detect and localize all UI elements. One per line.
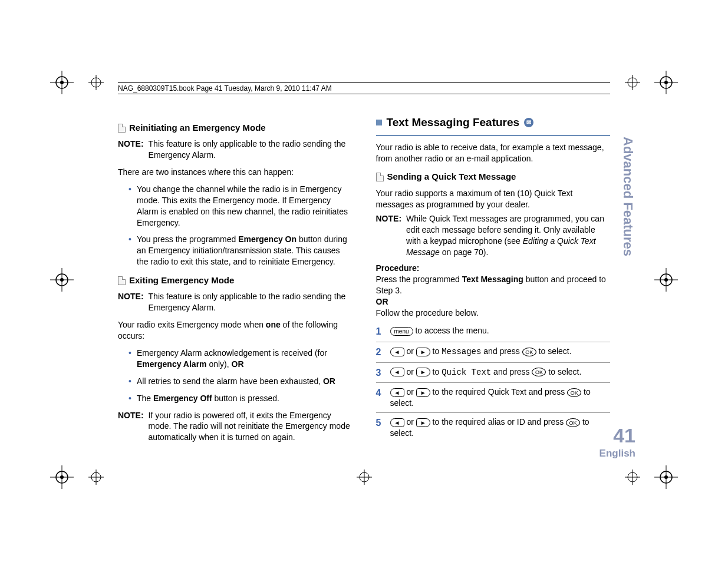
bullet-list: You change the channel while the radio i… <box>129 184 353 267</box>
bullet-list: Emergency Alarm acknowledgement is recei… <box>129 348 353 404</box>
page-icon <box>118 124 126 133</box>
right-arrow-key-icon: ► <box>416 418 430 427</box>
list-item: All retries to send the alarm have been … <box>129 376 353 387</box>
note-block: NOTE: This feature is only applicable to… <box>118 291 353 313</box>
step-number: 1 <box>376 325 384 338</box>
note-text: If your radio is powered off, it exits t… <box>149 410 353 444</box>
note-text: While Quick Text messages are programmed… <box>406 213 610 258</box>
heading-text: Text Messaging Features <box>387 115 520 130</box>
paragraph: There are two instances where this can h… <box>118 167 353 178</box>
page-header: NAG_6880309T15.book Page 41 Tuesday, Mar… <box>118 82 610 94</box>
note-block: NOTE: While Quick Text messages are prog… <box>376 213 611 258</box>
step-body: ◄ or ► to Quick Text and press OK to sel… <box>390 366 611 378</box>
step-body: ◄ or ► to Messages and press OK to selec… <box>390 346 611 358</box>
svg-point-11 <box>60 475 64 479</box>
heading-text: Sending a Quick Text Message <box>387 171 516 183</box>
step-body: menu to access the menu. <box>390 325 611 336</box>
heading-text: Reinitiating an Emergency Mode <box>129 122 266 134</box>
square-bullet-icon <box>376 120 382 125</box>
menu-target: Messages <box>442 347 481 356</box>
paragraph: Press the programmed Text Messaging butt… <box>376 274 611 296</box>
left-arrow-key-icon: ◄ <box>390 418 404 427</box>
note-label: NOTE: <box>376 213 402 258</box>
step-number: 4 <box>376 386 384 399</box>
crop-mark-icon <box>50 71 74 94</box>
right-arrow-key-icon: ► <box>416 388 430 397</box>
svg-point-38 <box>664 278 668 282</box>
left-column: Reinitiating an Emergency Mode NOTE: Thi… <box>118 115 353 447</box>
content-area: Reinitiating an Emergency Mode NOTE: Thi… <box>118 115 610 447</box>
svg-point-7 <box>664 81 668 84</box>
note-label: NOTE: <box>118 138 144 161</box>
step-row: 2 ◄ or ► to Messages and press OK to sel… <box>376 342 611 363</box>
note-label: NOTE: <box>118 410 144 444</box>
subheading-reinitiating: Reinitiating an Emergency Mode <box>118 122 353 134</box>
left-arrow-key-icon: ◄ <box>390 368 404 376</box>
list-item: The Emergency Off button is pressed. <box>129 393 353 404</box>
note-block: NOTE: If your radio is powered off, it e… <box>118 410 353 444</box>
step-body: ◄ or ► to the required alias or ID and p… <box>390 416 611 439</box>
step-row: 3 ◄ or ► to Quick Text and press OK to s… <box>376 363 611 384</box>
language-label: English <box>599 448 635 459</box>
note-block: NOTE: This feature is only applicable to… <box>118 138 353 161</box>
crop-mark-icon <box>625 470 640 485</box>
document-page: { "header": "NAG_6880309T15.book Page 41… <box>0 0 728 562</box>
message-icon: ✉ <box>524 118 533 127</box>
crop-mark-icon <box>88 470 104 485</box>
menu-key-icon: menu <box>390 327 413 336</box>
step-body: ◄ or ► to the required Quick Text and pr… <box>390 386 611 409</box>
crop-mark-icon <box>357 470 372 485</box>
page-number: 41 <box>613 424 635 447</box>
left-arrow-key-icon: ◄ <box>390 388 404 397</box>
crop-mark-icon <box>88 75 104 90</box>
right-arrow-key-icon: ► <box>416 368 430 376</box>
crop-mark-icon <box>50 268 74 292</box>
ok-key-icon: OK <box>532 368 546 376</box>
step-number: 5 <box>376 416 384 429</box>
paragraph: Your radio supports a maximum of ten (10… <box>376 188 611 210</box>
side-tab-label: Advanced Features <box>620 137 635 256</box>
step-row: 4 ◄ or ► to the required Quick Text and … <box>376 383 611 413</box>
ok-key-icon: OK <box>566 418 580 427</box>
svg-point-3 <box>60 81 64 84</box>
subheading-exiting: Exiting Emergency Mode <box>118 275 353 286</box>
svg-point-34 <box>60 278 64 282</box>
procedure-label: Procedure: <box>376 263 420 273</box>
step-number: 2 <box>376 346 384 359</box>
menu-target: Quick Text <box>442 368 491 377</box>
section-heading: Text Messaging Features ✉ <box>376 115 611 130</box>
crop-mark-icon <box>50 465 74 489</box>
crop-mark-icon <box>654 268 678 292</box>
paragraph: Your radio exits Emergency mode when one… <box>118 319 353 342</box>
crop-mark-icon <box>654 71 678 94</box>
note-label: NOTE: <box>118 291 144 313</box>
svg-point-15 <box>664 475 668 479</box>
or-label: OR <box>376 297 388 306</box>
section-rule <box>376 135 611 136</box>
paragraph: Follow the procedure below. <box>376 308 611 319</box>
ok-key-icon: OK <box>567 388 581 397</box>
procedure-steps: 1 menu to access the menu. 2 ◄ or ► to M… <box>376 322 611 442</box>
page-icon <box>118 276 126 285</box>
heading-text: Exiting Emergency Mode <box>129 275 234 286</box>
step-row: 1 menu to access the menu. <box>376 322 611 342</box>
list-item: You change the channel while the radio i… <box>129 184 353 229</box>
list-item: Emergency Alarm acknowledgement is recei… <box>129 348 353 370</box>
note-text: This feature is only applicable to the r… <box>149 138 353 161</box>
ok-key-icon: OK <box>522 348 536 356</box>
step-row: 5 ◄ or ► to the required alias or ID and… <box>376 413 611 442</box>
crop-mark-icon <box>654 465 678 489</box>
crop-mark-icon <box>625 75 640 90</box>
right-arrow-key-icon: ► <box>416 348 430 356</box>
list-item: You press the programmed Emergency On bu… <box>129 234 353 267</box>
left-arrow-key-icon: ◄ <box>390 348 404 356</box>
paragraph: Your radio is able to receive data, for … <box>376 142 611 164</box>
subheading-quicktext: Sending a Quick Text Message <box>376 171 611 183</box>
right-column: Text Messaging Features ✉ Your radio is … <box>376 115 611 447</box>
step-number: 3 <box>376 366 384 379</box>
page-icon <box>376 173 384 181</box>
note-text: This feature is only applicable to the r… <box>149 291 353 313</box>
